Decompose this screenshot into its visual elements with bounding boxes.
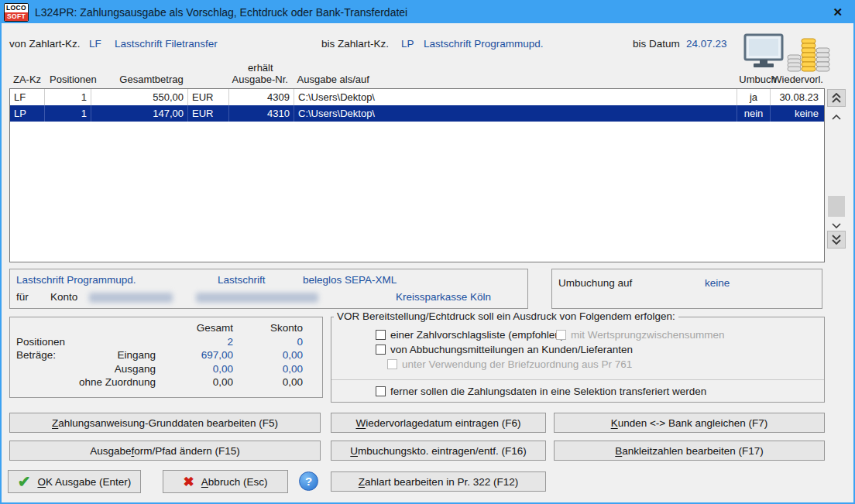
header-positionen: Positionen bbox=[44, 74, 91, 85]
ausgang-gesamt: 0,00 bbox=[156, 362, 233, 376]
bis-datum-label: bis Datum bbox=[633, 38, 680, 50]
umbuchung-label: Umbuchung auf bbox=[558, 277, 632, 289]
payment-method: Lastschrift Programmupd. bbox=[16, 274, 136, 286]
bis-zahlart-value[interactable]: LP bbox=[401, 38, 414, 50]
checkbox-label: mit Wertsprungzwischensummen bbox=[571, 329, 725, 341]
cell-ausgabe-als[interactable]: C:\Users\Dektop\ bbox=[294, 105, 737, 122]
scroll-down-icon[interactable] bbox=[827, 219, 846, 231]
summary-box: Gesamt Skonto Positionen 2 0 Beträge: Ei… bbox=[9, 317, 323, 398]
cell-positionen[interactable]: 1 bbox=[45, 105, 91, 122]
cell-umbuch[interactable]: ja bbox=[737, 89, 771, 105]
cell-wiedervorl[interactable]: 30.08.23 bbox=[771, 89, 824, 105]
bankleitzahlen-button[interactable]: Bankleitzahlen bearbeiten (F17) bbox=[554, 441, 825, 461]
ausgabeform-pfad-button[interactable]: Ausgabeform/Pfad ändern (F15) bbox=[9, 441, 321, 461]
table-row-selected[interactable]: LP 1 147,00 EUR 4310 C:\Users\Dektop\ ne… bbox=[10, 105, 824, 122]
payment-info-box: Lastschrift Programmupd. Lastschrift bel… bbox=[9, 269, 528, 309]
checkbox-label[interactable]: von Abbuchungsmitteilungen an Kunden/Lie… bbox=[390, 344, 633, 355]
summary-col-skonto: Skonto bbox=[233, 321, 311, 335]
checkbox-label[interactable]: ferner sollen die Zahlungsdaten in eine … bbox=[390, 386, 706, 397]
summary-spacer bbox=[78, 321, 156, 335]
eingang-gesamt: 697,00 bbox=[156, 348, 233, 362]
ohne-zuordnung-gesamt: 0,00 bbox=[156, 375, 233, 389]
cell-ausgabe-nr[interactable]: 4309 bbox=[229, 89, 294, 105]
checkbox-label[interactable]: einer Zahlvorschlagsliste (empfohlen) bbox=[390, 329, 564, 341]
eingang-skonto: 0,00 bbox=[233, 348, 311, 362]
cell-gesamtbetrag[interactable]: 550,00 bbox=[91, 89, 188, 105]
checkbox-wertsprung-disabled bbox=[556, 330, 566, 340]
summary-row-eingang: Beträge: Eingang 697,00 0,00 bbox=[10, 348, 322, 362]
umbuchung-box: Umbuchung auf keine bbox=[551, 269, 822, 309]
table-header-row: ZA-Kz Positionen Gesamtbetrag erhält Aus… bbox=[9, 60, 825, 87]
eingang-label: Eingang bbox=[78, 348, 156, 362]
kunden-bank-angleichen-button[interactable]: Kunden <-> Bank angleichen (F7) bbox=[554, 413, 825, 433]
help-icon[interactable]: ? bbox=[299, 471, 318, 491]
cell-currency[interactable]: EUR bbox=[188, 89, 229, 105]
options-divider bbox=[331, 379, 824, 380]
cell-za-kz[interactable]: LP bbox=[10, 105, 45, 122]
betraege-label: Beträge: bbox=[10, 348, 78, 362]
ohne-zuordnung-label: ohne Zuordnung bbox=[78, 375, 156, 389]
umbuchungskto-button[interactable]: Umbuchungskto. eintragen/entf. (F16) bbox=[331, 441, 546, 461]
summary-row-ohne-zuordnung: ohne Zuordnung 0,00 0,00 bbox=[10, 375, 322, 389]
option-wertsprung: mit Wertsprungzwischensummen bbox=[556, 329, 725, 341]
print-options-legend: VOR Bereitstellung/Echtdruck soll ein Au… bbox=[334, 310, 678, 322]
fuer-label: für bbox=[16, 291, 29, 303]
option-zahlvorschlagsliste[interactable]: einer Zahlvorschlagsliste (empfohlen) bbox=[376, 329, 564, 341]
logo-text-bottom: SOFT bbox=[5, 12, 28, 21]
bis-datum-value[interactable]: 24.07.23 bbox=[686, 38, 727, 50]
header-umbuch: Umbuch bbox=[735, 74, 768, 85]
abbruch-button[interactable]: ✖ Abbruch (Esc) bbox=[163, 470, 288, 493]
von-zahlart-value[interactable]: LF bbox=[89, 38, 101, 50]
bis-zahlart-label: bis Zahlart-Kz. bbox=[321, 38, 389, 50]
cell-positionen[interactable]: 1 bbox=[45, 89, 91, 105]
check-icon: ✔ bbox=[18, 474, 31, 489]
summary-spacer bbox=[10, 321, 78, 335]
cell-umbuch[interactable]: nein bbox=[737, 105, 771, 122]
cross-icon: ✖ bbox=[184, 475, 194, 489]
summary-spacer bbox=[78, 335, 156, 349]
header-ausgabe-nr: erhält Ausgabe-Nr. bbox=[228, 62, 294, 85]
cell-ausgabe-als[interactable]: C:\Users\Dektop\ bbox=[294, 89, 737, 105]
checkbox-zahlvorschlagsliste[interactable] bbox=[376, 330, 386, 340]
cell-wiedervorl[interactable]: keine bbox=[771, 105, 824, 122]
zahlart-bearbeiten-button[interactable]: Zahlart bearbeiten in Pr. 322 (F12) bbox=[331, 471, 546, 492]
bank-name: Kreissparkasse Köln bbox=[396, 291, 491, 303]
positionen-gesamt: 2 bbox=[156, 335, 233, 349]
option-abbuchungsmitteilungen[interactable]: von Abbuchungsmitteilungen an Kunden/Lie… bbox=[376, 344, 633, 355]
scroll-up-icon[interactable] bbox=[827, 111, 846, 123]
close-icon[interactable]: ✕ bbox=[833, 5, 843, 19]
bis-zahlart-description[interactable]: Lastschrift Programmupd. bbox=[424, 38, 544, 50]
von-zahlart-description[interactable]: Lastschrift Filetransfer bbox=[115, 38, 218, 50]
header-za-kz: ZA-Kz bbox=[9, 74, 44, 85]
ok-ausgabe-button[interactable]: ✔ OK Ausgabe (Enter) bbox=[8, 470, 141, 493]
window-title: L324PR: Zahlungsausgabe als Vorschlag, E… bbox=[35, 6, 407, 19]
ausgang-label: Ausgang bbox=[78, 362, 156, 376]
header-wiedervorl: Wiedervorl. bbox=[768, 74, 825, 85]
titlebar: LOCO SOFT L324PR: Zahlungsausgabe als Vo… bbox=[2, 2, 853, 23]
option-briefzuordnung: unter Verwendung der Briefzuordnung aus … bbox=[387, 358, 632, 370]
header-erhaelt: erhält bbox=[232, 62, 273, 74]
scroll-page-up-button[interactable] bbox=[827, 89, 846, 107]
cell-currency[interactable]: EUR bbox=[188, 105, 229, 122]
cell-za-kz[interactable]: LF bbox=[10, 89, 45, 105]
checkbox-selektion[interactable] bbox=[376, 386, 386, 396]
double-chevron-up-icon bbox=[832, 93, 841, 103]
summary-row-positionen: Positionen 2 0 bbox=[10, 335, 322, 349]
cell-ausgabe-nr[interactable]: 4310 bbox=[229, 105, 294, 122]
von-zahlart-label: von Zahlart-Kz. bbox=[9, 38, 81, 50]
wiedervorlagedatum-button[interactable]: Wiedervorlagedatum eintragen (F6) bbox=[331, 413, 546, 433]
konto-label: Konto bbox=[50, 291, 77, 303]
scroll-page-down-button[interactable] bbox=[827, 231, 846, 249]
double-chevron-down-icon bbox=[832, 235, 841, 245]
checkbox-abbuchungsmitteilungen[interactable] bbox=[376, 345, 386, 355]
payment-table: LF 1 550,00 EUR 4309 C:\Users\Dektop\ ja… bbox=[9, 88, 825, 262]
grunddaten-bearbeiten-button[interactable]: Zahlungsanweisung-Grunddaten bearbeiten … bbox=[9, 413, 321, 433]
scrollbar bbox=[827, 89, 846, 249]
scroll-thumb[interactable] bbox=[828, 196, 845, 217]
option-selektion[interactable]: ferner sollen die Zahlungsdaten in eine … bbox=[376, 386, 706, 397]
cell-gesamtbetrag[interactable]: 147,00 bbox=[91, 105, 188, 122]
payment-type: Lastschrift bbox=[218, 274, 266, 286]
table-row[interactable]: LF 1 550,00 EUR 4309 C:\Users\Dektop\ ja… bbox=[10, 89, 824, 105]
header-gesamtbetrag: Gesamtbetrag bbox=[91, 74, 187, 85]
ohne-zuordnung-skonto: 0,00 bbox=[233, 375, 311, 389]
